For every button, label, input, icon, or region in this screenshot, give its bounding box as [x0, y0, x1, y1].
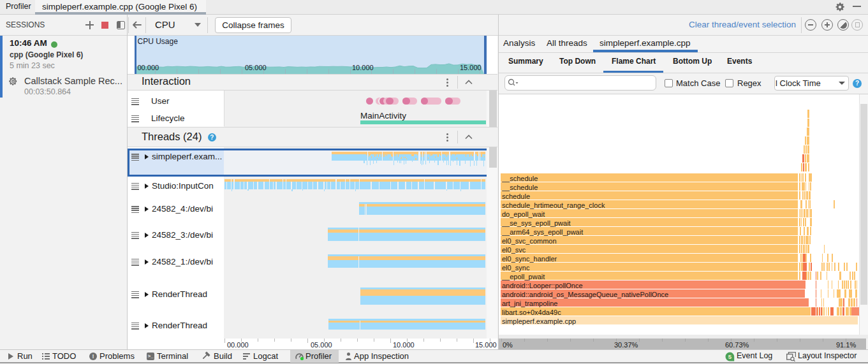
- svg-text:5: 5: [728, 353, 732, 360]
